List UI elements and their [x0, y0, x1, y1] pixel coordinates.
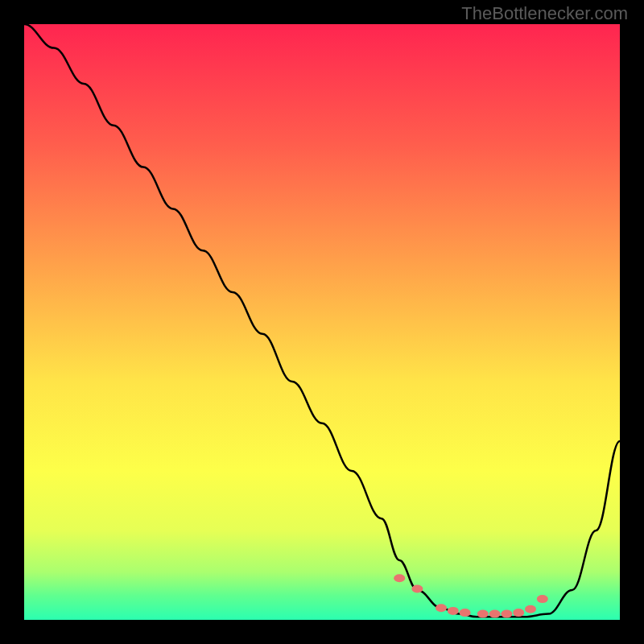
plot-area [24, 24, 620, 620]
marker-dot [394, 574, 405, 582]
marker-dot [501, 610, 512, 618]
marker-dot [411, 585, 423, 593]
watermark-text: TheBottlenecker.com [461, 3, 628, 24]
marker-dot [525, 605, 536, 613]
marker-dot [436, 604, 447, 612]
marker-dot [448, 607, 459, 615]
marker-dot [489, 610, 501, 618]
chart-container [0, 0, 644, 644]
marker-dot [460, 609, 471, 617]
curve-layer [24, 24, 620, 620]
marker-dot [513, 609, 524, 617]
marker-dot [537, 595, 548, 603]
marker-dot [477, 610, 489, 618]
bottleneck-curve [24, 24, 620, 617]
highlight-markers [394, 574, 548, 617]
